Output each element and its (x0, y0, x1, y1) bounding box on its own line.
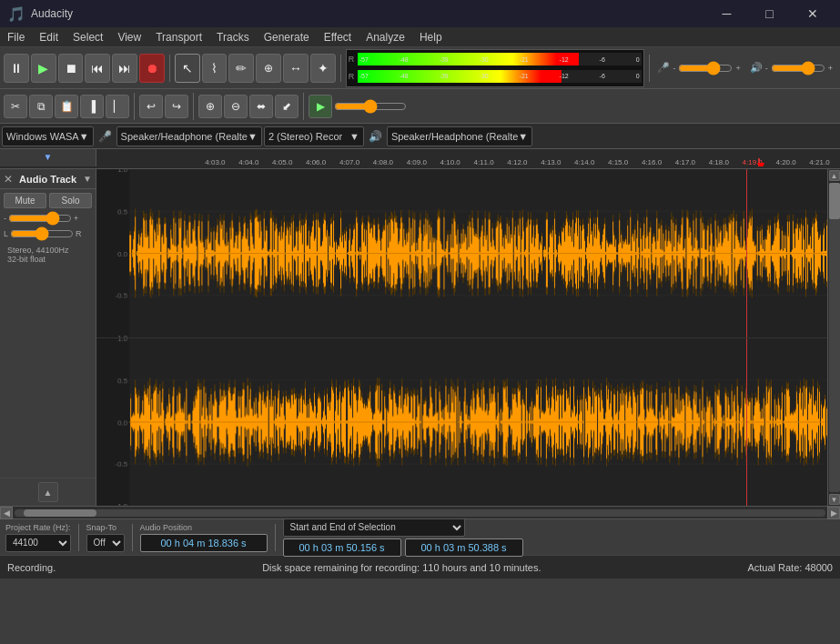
scroll-track-v[interactable] (829, 183, 840, 492)
playhead-flag: ▼ (754, 158, 767, 166)
selection-tool[interactable]: ↖ (175, 54, 200, 83)
scroll-down-arrow[interactable]: ▼ (829, 494, 840, 505)
menu-tracks[interactable]: Tracks (209, 27, 257, 46)
ruler-time-12: 4:14.0 (574, 158, 594, 166)
zoom-tool[interactable]: ⊕ (256, 54, 281, 83)
project-rate-select[interactable]: 44100 (5, 534, 71, 552)
vol-max-label: + (735, 64, 740, 73)
record-button[interactable]: ⏺ (139, 54, 165, 83)
time-shift-tool[interactable]: ↔ (283, 54, 309, 83)
zoom-in-button[interactable]: ⊕ (198, 95, 222, 118)
menu-select[interactable]: Select (66, 27, 110, 46)
audio-position-input[interactable] (140, 534, 268, 552)
play-at-speed-button[interactable]: ▶ (309, 95, 332, 118)
track-sample-rate: Stereo, 44100Hz (7, 246, 88, 255)
minimize-button[interactable]: ─ (706, 0, 747, 27)
silence-button[interactable]: ▏ (106, 95, 129, 118)
envelope-tool[interactable]: ⌇ (202, 54, 228, 83)
scroll-thumb-h[interactable] (24, 509, 96, 517)
menu-analyze[interactable]: Analyze (359, 27, 412, 46)
host-dropdown[interactable]: Windows WASA ▼ (2, 126, 94, 146)
channels-dropdown[interactable]: 2 (Stereo) Recor ▼ (264, 126, 364, 146)
selection-type-select[interactable]: Start and End of Selection (283, 518, 465, 537)
titlebar: 🎵 Audacity ─ □ ✕ (0, 0, 840, 27)
device-bar: Windows WASA ▼ 🎤 Speaker/Headphone (Real… (0, 124, 840, 149)
ruler-time-13: 4:15.0 (608, 158, 628, 166)
play-button[interactable]: ▶ (31, 54, 56, 83)
bb-sep2 (132, 524, 133, 551)
draw-tool[interactable]: ✏ (228, 54, 254, 83)
audio-pos-group: Audio Position (140, 523, 268, 552)
selection-end-input[interactable] (405, 538, 523, 557)
ruler-time-11: 4:13.0 (541, 158, 561, 166)
undo-button[interactable]: ↩ (139, 95, 163, 118)
track-dropdown-button[interactable]: ▼ (83, 174, 92, 184)
menu-view[interactable]: View (110, 27, 148, 46)
mic-volume-slider[interactable] (678, 61, 733, 75)
ruler-time-4: 4:06.0 (306, 158, 326, 166)
playback-speed-slider[interactable] (334, 99, 407, 114)
track-volume-slider[interactable] (8, 212, 72, 225)
scroll-up-arrow[interactable]: ▲ (829, 170, 840, 181)
speaker-volume-slider[interactable] (771, 61, 825, 75)
selection-start-input[interactable] (283, 538, 401, 557)
fit-project-button[interactable]: ⬌ (249, 95, 273, 118)
vertical-scrollbar[interactable]: ▲ ▼ (827, 169, 840, 506)
waveform-bottom-channel[interactable] (96, 338, 827, 507)
track-controls: Mute Solo - + L R Stereo, 44100Hz (0, 189, 96, 269)
playhead-bottom (746, 338, 747, 507)
output-dropdown[interactable]: Speaker/Headphone (Realte ▼ (387, 126, 532, 146)
track-info: Stereo, 44100Hz 32-bit float (4, 244, 92, 266)
track-close-button[interactable]: ✕ (4, 173, 13, 186)
menu-edit[interactable]: Edit (32, 27, 66, 46)
menu-file[interactable]: File (0, 27, 32, 46)
scroll-thumb-v[interactable] (829, 183, 840, 219)
output-label: Speaker/Headphone (Realte (391, 131, 518, 142)
ruler-time-6: 4:08.0 (373, 158, 393, 166)
host-label: Windows WASA (6, 131, 79, 142)
vol-max-icon: + (74, 214, 78, 223)
maximize-button[interactable]: □ (749, 0, 790, 27)
trim-button[interactable]: ▐ (80, 95, 104, 118)
spk-max-label: + (828, 64, 833, 73)
fit-selection-button[interactable]: ⬋ (275, 95, 299, 118)
selection-inputs (283, 538, 523, 557)
menu-generate[interactable]: Generate (257, 27, 317, 46)
close-button[interactable]: ✕ (792, 0, 833, 27)
ruler[interactable]: ▼ 4:03.0 4:04.0 4:05.0 4:06.0 4:07.0 4:0… (0, 149, 840, 169)
paste-button[interactable]: 📋 (55, 95, 78, 118)
sep5 (193, 93, 194, 120)
track-pan-slider[interactable] (10, 227, 74, 240)
track-expand-button[interactable]: ▲ (38, 482, 58, 502)
scroll-track-h[interactable] (15, 509, 825, 517)
horizontal-scrollbar[interactable]: ◀ ▶ (0, 506, 840, 518)
menu-transport[interactable]: Transport (148, 27, 209, 46)
skip-back-button[interactable]: ⏮ (85, 54, 110, 83)
zoom-out-button[interactable]: ⊖ (224, 95, 248, 118)
scroll-right-arrow[interactable]: ▶ (827, 507, 840, 519)
solo-button[interactable]: Solo (49, 193, 92, 208)
playhead-top (746, 169, 747, 337)
skip-fwd-button[interactable]: ⏭ (112, 54, 137, 83)
cut-button[interactable]: ✂ (4, 95, 27, 118)
track-panel: ✕ Audio Track ▼ Mute Solo - + L (0, 169, 96, 506)
snap-to-group: Snap-To Off (86, 523, 125, 552)
redo-button[interactable]: ↪ (165, 95, 188, 118)
waveform-top-channel[interactable] (96, 169, 827, 338)
snap-to-select[interactable]: Off (86, 534, 125, 552)
spk-min-label: - (765, 64, 768, 73)
menu-help[interactable]: Help (412, 27, 450, 46)
sep1 (169, 55, 170, 82)
ruler-flag-down[interactable]: ▼ (44, 152, 53, 162)
scroll-left-arrow[interactable]: ◀ (0, 507, 13, 519)
selection-group: Start and End of Selection (283, 518, 523, 557)
copy-button[interactable]: ⧉ (29, 95, 53, 118)
speaker-volume-group: 🔊 - + (746, 61, 836, 75)
ruler-time-9: 4:11.0 (473, 158, 493, 166)
mic-dropdown[interactable]: Speaker/Headphone (Realte ▼ (116, 126, 262, 146)
mute-button[interactable]: Mute (4, 193, 46, 208)
menu-effect[interactable]: Effect (317, 27, 359, 46)
pause-button[interactable]: ⏸ (4, 54, 29, 83)
stop-button[interactable]: ⏹ (58, 54, 84, 83)
multi-tool[interactable]: ✦ (310, 54, 336, 83)
